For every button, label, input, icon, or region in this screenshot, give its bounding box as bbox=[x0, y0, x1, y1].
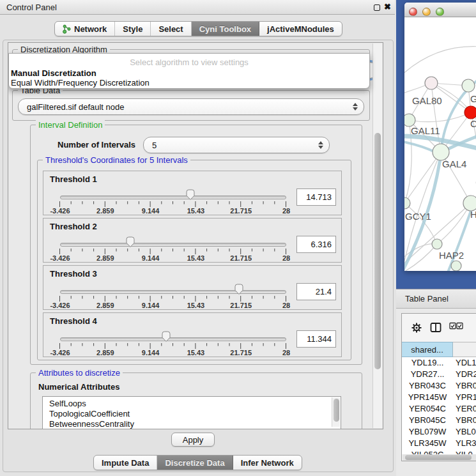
cell-name[interactable]: YBR0 bbox=[453, 415, 476, 426]
slider-thumb[interactable] bbox=[234, 283, 244, 295]
table-row[interactable]: YDR27...YDR2 bbox=[402, 369, 476, 380]
gear-icon[interactable] bbox=[411, 322, 422, 334]
table-row[interactable]: YPR145WYPR1 bbox=[402, 392, 476, 403]
close-traffic-light-icon[interactable] bbox=[409, 8, 417, 16]
slider-tick-label: 28 bbox=[270, 302, 302, 309]
float-window-icon[interactable] bbox=[374, 4, 380, 11]
table-row[interactable]: YLR345WYLR3 bbox=[402, 438, 476, 449]
cell-name[interactable]: YDL1 bbox=[453, 357, 476, 369]
tab-style[interactable]: Style bbox=[115, 22, 151, 36]
network-node[interactable] bbox=[451, 261, 461, 271]
cell-name[interactable]: YPR1 bbox=[453, 392, 476, 403]
table-row[interactable]: YBR043CYBR0 bbox=[402, 380, 476, 392]
network-node[interactable] bbox=[425, 77, 438, 89]
settings-scrollbar[interactable] bbox=[372, 43, 382, 428]
slider-thumb[interactable] bbox=[185, 188, 196, 201]
cell-shared-name[interactable]: YIL052C bbox=[402, 449, 453, 454]
attribute-list-item[interactable]: BetweennessCentrality bbox=[43, 419, 341, 429]
network-node-label: GAL4 bbox=[442, 158, 466, 169]
cell-name[interactable]: YLR3 bbox=[453, 438, 476, 449]
algorithm-option-manual[interactable]: Manual Discretization bbox=[11, 68, 96, 78]
split-view-icon[interactable] bbox=[430, 322, 441, 333]
tab-discretize-data[interactable]: Discretize Data bbox=[157, 456, 233, 470]
attribute-list-item[interactable]: TopologicalCoefficient bbox=[43, 409, 341, 419]
tab-cyni-toolbox[interactable]: Cyni Toolbox bbox=[192, 22, 259, 36]
table-panel-titlebar: Table Panel bbox=[396, 289, 476, 309]
threshold-value-field[interactable]: 21.4 bbox=[296, 283, 336, 300]
table-rows[interactable]: YDL19...YDL1YDR27...YDR2YBR043CYBR0YPR14… bbox=[402, 357, 476, 454]
tab-impute-data[interactable]: Impute Data bbox=[94, 456, 157, 470]
slider-tick-label: 15.43 bbox=[180, 349, 211, 357]
table-horizontal-scrollbar[interactable] bbox=[403, 454, 476, 461]
tab-jactivemnodules[interactable]: jActiveMNodules bbox=[259, 22, 342, 36]
table-row[interactable]: YER054CYER0 bbox=[402, 403, 476, 415]
network-node[interactable] bbox=[462, 79, 475, 92]
threshold-panel-2: Threshold 2-3.4262.8599.14415.4321.71528… bbox=[43, 218, 342, 263]
cell-shared-name[interactable]: YBR043C bbox=[402, 380, 453, 392]
cell-shared-name[interactable]: YDR27... bbox=[402, 369, 453, 380]
cell-name[interactable]: YBR0 bbox=[453, 380, 476, 392]
slider-track[interactable] bbox=[60, 337, 286, 341]
slider-tick-label: 2.859 bbox=[89, 302, 121, 309]
interval-definition-group-title: Interval Definition bbox=[36, 120, 105, 130]
slider-track[interactable] bbox=[60, 290, 286, 294]
cell-name[interactable]: YDR2 bbox=[453, 369, 476, 380]
table-row[interactable]: YIL052CYIL0 bbox=[402, 449, 476, 454]
attribute-list-item[interactable]: SelfLoops bbox=[43, 399, 341, 409]
cell-shared-name[interactable]: YDL19... bbox=[402, 357, 453, 369]
attributes-list-scrollbar[interactable] bbox=[332, 397, 340, 427]
cell-shared-name[interactable]: YER054C bbox=[402, 403, 453, 415]
table-data-combo[interactable]: galFiltered.sif default node bbox=[18, 98, 364, 115]
network-node[interactable] bbox=[464, 106, 476, 119]
slider-track[interactable] bbox=[60, 243, 286, 247]
network-node[interactable] bbox=[432, 239, 442, 249]
cell-name[interactable]: YER0 bbox=[453, 403, 476, 415]
table-row[interactable]: YBR045CYBR0 bbox=[402, 415, 476, 426]
slider-tick-label: 28 bbox=[270, 349, 302, 357]
cell-shared-name[interactable]: YLR345W bbox=[402, 438, 453, 449]
slider-tick-label: -3.426 bbox=[44, 254, 76, 262]
slider-track[interactable] bbox=[60, 196, 286, 199]
table-row[interactable]: YBL079WYBL0 bbox=[402, 426, 476, 438]
cell-shared-name[interactable]: YPR145W bbox=[402, 392, 453, 403]
slider-tick-label: 9.144 bbox=[135, 254, 167, 262]
numerical-attributes-list[interactable]: SelfLoopsTopologicalCoefficientBetweenne… bbox=[42, 396, 341, 429]
threshold-panel-4: Threshold 4-3.4262.8599.14415.4321.71528… bbox=[43, 312, 342, 357]
algorithm-option-equal-width[interactable]: Equal Width/Frequency Discretization bbox=[11, 78, 150, 88]
tab-select[interactable]: Select bbox=[151, 22, 191, 36]
zoom-traffic-light-icon[interactable] bbox=[436, 8, 444, 16]
slider-tick-label: 15.43 bbox=[180, 254, 211, 262]
column-header-name[interactable]: na bbox=[453, 342, 476, 357]
cell-shared-name[interactable]: YBL079W bbox=[402, 426, 453, 438]
threshold-value-field[interactable]: 14.713 bbox=[296, 188, 336, 206]
apply-button[interactable]: Apply bbox=[171, 433, 215, 447]
slider-tick-label: 2.859 bbox=[89, 207, 121, 215]
slider-thumb[interactable] bbox=[161, 330, 171, 342]
threshold-value-field[interactable]: 6.316 bbox=[296, 236, 336, 253]
minimize-traffic-light-icon[interactable] bbox=[422, 8, 431, 16]
slider-thumb[interactable] bbox=[125, 236, 135, 248]
column-header-shared-name[interactable]: shared... bbox=[402, 342, 453, 357]
slider-tick-label: 21.715 bbox=[225, 302, 257, 309]
tab-label: Discretize Data bbox=[165, 458, 224, 468]
network-window-frame: GAL80GACGAL11GAL4GCY1HHAP2 bbox=[396, 0, 476, 289]
number-of-intervals-label: Number of Intervals bbox=[58, 140, 135, 150]
threshold-panel-3: Threshold 3-3.4262.8599.14415.4321.71528… bbox=[43, 265, 342, 310]
cell-name[interactable]: YIL0 bbox=[453, 449, 476, 454]
tab-infer-network[interactable]: Infer Network bbox=[233, 456, 302, 470]
number-of-intervals-combo[interactable]: 5 bbox=[143, 137, 330, 153]
cell-name[interactable]: YBL0 bbox=[453, 426, 476, 438]
slider-tick-label: 21.715 bbox=[225, 207, 257, 215]
network-node[interactable] bbox=[404, 114, 415, 127]
slider-tick-label: -3.426 bbox=[44, 349, 76, 357]
table-panel-title: Table Panel bbox=[405, 294, 449, 303]
tab-network[interactable]: Network bbox=[55, 22, 115, 36]
algorithm-dropdown-placeholder: Select algorithm to view settings bbox=[9, 58, 369, 67]
network-node-label: GAL80 bbox=[412, 95, 442, 106]
close-icon[interactable]: ✖ bbox=[384, 2, 391, 12]
cell-shared-name[interactable]: YBR045C bbox=[402, 415, 453, 426]
network-canvas[interactable]: GAL80GACGAL11GAL4GCY1HHAP2 bbox=[404, 17, 476, 271]
threshold-value-field[interactable]: 11.344 bbox=[296, 330, 336, 348]
table-row[interactable]: YDL19...YDL1 bbox=[402, 357, 476, 369]
column-checkboxes-icon[interactable] bbox=[449, 322, 463, 330]
